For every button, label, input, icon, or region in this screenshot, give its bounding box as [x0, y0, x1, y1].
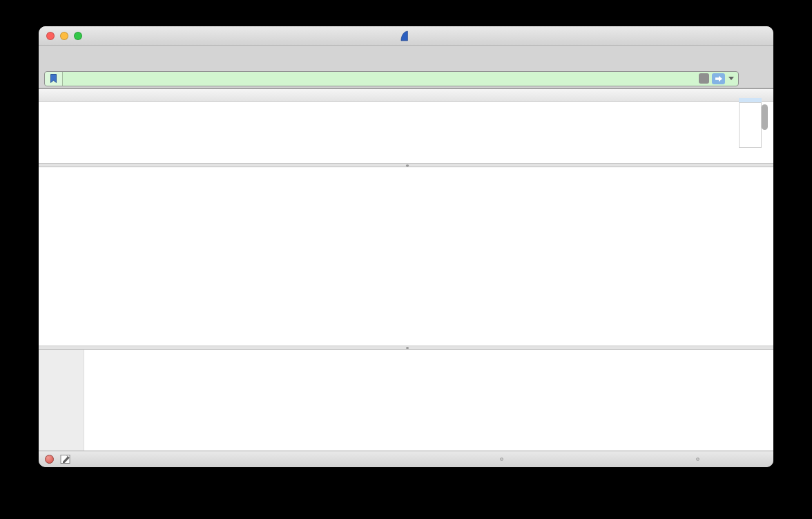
filter-apply-button[interactable]: [712, 73, 725, 84]
packet-list-header: [39, 89, 773, 102]
display-filter-field[interactable]: [44, 71, 739, 86]
packet-list-pane: [39, 88, 773, 163]
window-controls: [46, 32, 82, 40]
apply-arrow-icon: [715, 75, 723, 82]
bookmark-icon: [50, 73, 57, 84]
status-separator-dot: [696, 457, 699, 461]
status-bar: [39, 451, 773, 467]
filter-clear-button[interactable]: [699, 73, 709, 84]
minimize-button[interactable]: [60, 32, 68, 40]
capture-comment-button[interactable]: [60, 453, 71, 464]
fullscreen-button[interactable]: [74, 32, 82, 40]
close-button[interactable]: [46, 32, 55, 40]
filter-dropdown-caret[interactable]: [728, 77, 734, 80]
screenshot-root: { "window": { "title": "full-connect-pub…: [0, 0, 812, 519]
hex-dump-pane: [39, 350, 773, 451]
packet-list-rows: [39, 102, 773, 163]
packet-list-scrollbar-track[interactable]: [739, 102, 762, 148]
packet-list-scrollbar-thumb[interactable]: [762, 104, 768, 130]
packet-detail-pane: [39, 167, 773, 346]
title-bar[interactable]: [39, 26, 773, 46]
filter-bar: [39, 69, 773, 88]
hex-offset-gutter: [39, 350, 84, 451]
comment-pencil-icon: [60, 453, 71, 464]
wireshark-logo-icon: [400, 30, 409, 41]
wireshark-window: [39, 26, 773, 467]
window-title-area: [39, 26, 773, 46]
status-separator-dot: [500, 457, 503, 461]
main-toolbar: [39, 46, 773, 69]
expert-info-button[interactable]: [45, 455, 54, 464]
filter-bookmark-button[interactable]: [45, 72, 63, 86]
